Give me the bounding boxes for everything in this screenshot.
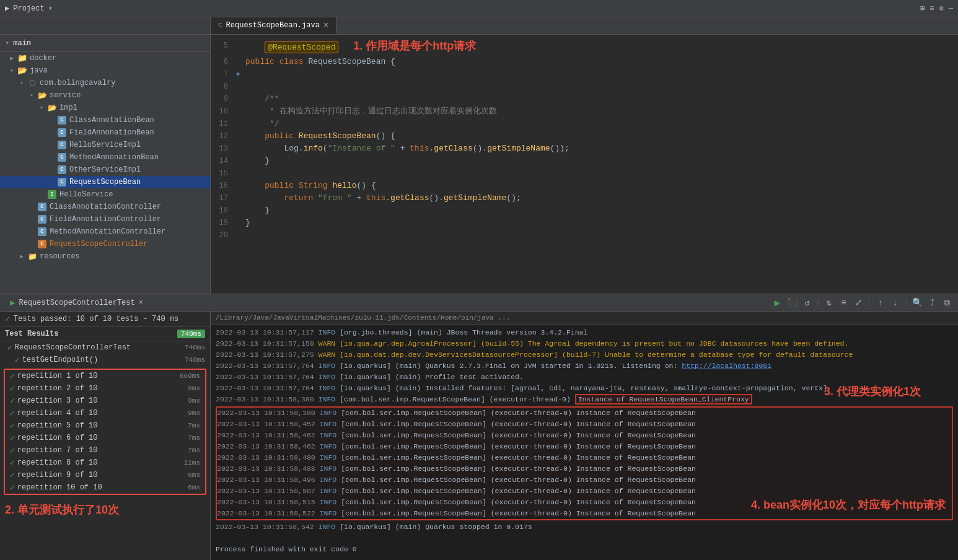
sort-btn[interactable]: ⇅ — [823, 297, 835, 309]
test-rep-9[interactable]: ✓ repetition 9 of 10 6ms — [5, 469, 205, 481]
log-area: /Library/Java/JavaVirtualMachines/zulu-1… — [211, 312, 958, 560]
code-line-6: 6 public class RequestScopeBean { — [211, 56, 958, 68]
code-line-11: 11 */ — [211, 118, 958, 130]
log-line-16: 2022-03-13 10:31:58,515 INFO [com.bol.se… — [217, 497, 952, 508]
log-line-12: 2022-03-13 10:31:58,480 INFO [com.bol.se… — [217, 452, 952, 463]
code-line-17: 17 return "from " + this.getClass().getS… — [211, 192, 958, 204]
popup-btn[interactable]: ⧉ — [941, 297, 953, 309]
editor-tab-requestscopebean[interactable]: C RequestScopeBean.java × — [211, 17, 336, 34]
code-line-12: 12 public RequestScopeBean() { — [211, 130, 958, 142]
test-rep-5[interactable]: ✓ repetition 5 of 10 7ms — [5, 419, 205, 432]
sidebar-item-helloservice[interactable]: ▶ I HelloService — [0, 188, 210, 201]
sidebar-item-resources[interactable]: ▶ 📁 resources — [0, 250, 210, 263]
sidebar-item-fieldannotationcontroller[interactable]: ▶ C FieldAnnotationController — [0, 213, 210, 225]
test-panel: ✓ Tests passed: 10 of 10 tests – 740 ms … — [0, 312, 211, 560]
sidebar-item-com-bolingcavalry[interactable]: ▾ ⬡ com.bolingcavalry — [0, 77, 210, 89]
sep2: | — [868, 299, 872, 307]
code-editor[interactable]: 5 @RequestScoped 1. 作用域是每个http请求 6 publi… — [211, 35, 958, 294]
sidebar-item-requestscopecontroller[interactable]: ▶ C RequestScopeController — [0, 238, 210, 250]
log-line-3: 2022-03-13 10:31:57,275 WARN [io.qua.dat… — [216, 349, 953, 361]
log-line-2: 2022-03-13 10:31:57,150 WARN [io.qua.agr… — [216, 338, 953, 349]
run-play-btn[interactable]: ▶ — [771, 297, 783, 309]
sidebar-item-methodannotationcontroller[interactable]: ▶ C MethodAnnotationController — [0, 225, 210, 238]
sidebar-item-otherserviceimpl[interactable]: ▶ C OtherServiceImpl — [0, 164, 210, 176]
run-tab-close[interactable]: × — [139, 299, 143, 307]
test-status-bar: ✓ Tests passed: 10 of 10 tests – 740 ms — [0, 312, 210, 327]
minus-icon[interactable]: — — [949, 4, 953, 13]
export-btn[interactable]: ⤴ — [926, 297, 938, 309]
log-line-18: 2022-03-13 10:31:58,542 INFO [io.quarkus… — [216, 522, 953, 533]
editor-area: 5 @RequestScoped 1. 作用域是每个http请求 6 publi… — [211, 35, 958, 294]
run-content: ✓ Tests passed: 10 of 10 tests – 740 ms … — [0, 312, 958, 560]
test-rep-2[interactable]: ✓ repetition 2 of 10 9ms — [5, 382, 205, 395]
sidebar-item-docker[interactable]: ▶ 📁 docker — [0, 52, 210, 64]
test-rep-8[interactable]: ✓ repetition 8 of 10 11ms — [5, 457, 205, 469]
expand-btn[interactable]: ⤢ — [853, 297, 865, 309]
grid-icon[interactable]: ⊞ — [920, 4, 925, 13]
main-area: ▾ main ▶ 📁 docker ▾ 📂 java ▾ ⬡ com.bolin… — [0, 35, 958, 294]
code-line-9: 9 /** — [211, 93, 958, 105]
align-icon[interactable]: ≡ — [929, 4, 934, 13]
sidebar-title: main — [13, 39, 31, 48]
project-icon: ▶ — [5, 4, 9, 13]
code-line-19: 19 } — [211, 217, 958, 229]
log-line-14: 2022-03-13 10:31:58,496 INFO [com.bol.se… — [217, 475, 952, 486]
log-console[interactable]: 2022-03-13 10:31:57,117 INFO [org.jbo.th… — [211, 325, 958, 560]
up-btn[interactable]: ↑ — [874, 297, 887, 309]
settings-icon[interactable]: ⚙ — [939, 4, 944, 13]
log-line-6: 2022-03-13 10:31:57,764 INFO [io.quarkus… — [216, 383, 953, 394]
run-stop-btn[interactable]: ⬛ — [786, 297, 798, 309]
log-line-10: 2022-03-13 10:31:58,462 INFO [com.bol.se… — [217, 430, 952, 441]
sep3: | — [904, 299, 908, 307]
test-results-title: Test Results — [5, 330, 58, 338]
chevron-icon: ▾ — [48, 4, 53, 13]
title-bar: ▶ Project ▾ ⊞ ≡ ⚙ — — [0, 0, 958, 17]
code-line-8: 8 — [211, 81, 958, 93]
sidebar-item-impl[interactable]: ▾ 📂 impl — [0, 102, 210, 114]
test-rep-6[interactable]: ✓ repetition 6 of 10 7ms — [5, 432, 205, 444]
test-rep-1[interactable]: ✓ repetition 1 of 10 669ms — [5, 370, 205, 382]
sidebar-item-service[interactable]: ▾ 📂 service — [0, 89, 210, 102]
sidebar-item-java[interactable]: ▾ 📂 java — [0, 64, 210, 77]
log-line-15: 2022-03-13 10:31:58,507 INFO [com.bol.se… — [217, 486, 952, 497]
test-rep-7[interactable]: ✓ repetition 7 of 10 7ms — [5, 444, 205, 457]
run-tab[interactable]: ▶ RequestScopeControllerTest × — [5, 294, 148, 311]
log-line-8: 2022-03-13 10:31:58,380 INFO [com.bol.se… — [217, 408, 952, 419]
sidebar-item-helloserviceimpl[interactable]: ▶ C HelloServiceImpl — [0, 139, 210, 151]
filter-btn[interactable]: ≡ — [838, 297, 850, 309]
run-controls: ▶ ⬛ ↺ | ⇅ ≡ ⤢ | ↑ ↓ | 🔍 ⤴ ⧉ — [771, 297, 953, 309]
test-rep-4[interactable]: ✓ repetition 4 of 10 9ms — [5, 407, 205, 419]
sidebar-header: ▾ main — [0, 35, 210, 52]
sidebar-tab-spacer — [0, 17, 211, 34]
sidebar-item-classannotationbean[interactable]: ▶ C ClassAnnotationBean — [0, 114, 210, 126]
sidebar-item-requestscopebean[interactable]: ▶ C RequestScopeBean — [0, 176, 210, 188]
instance-box: 2022-03-13 10:31:58,380 INFO [com.bol.se… — [216, 406, 953, 520]
run-rerun-btn[interactable]: ↺ — [801, 297, 813, 309]
run-panel: ▶ RequestScopeControllerTest × ▶ ⬛ ↺ | ⇅… — [0, 294, 958, 560]
code-line-14: 14 } — [211, 155, 958, 167]
title-bar-actions: ⊞ ≡ ⚙ — — [920, 4, 953, 13]
sidebar-item-fieldannonationbean[interactable]: ▶ C FieldAnnonationBean — [0, 126, 210, 139]
test-class-label: RequestScopeControllerTest — [15, 343, 131, 352]
repetitions-box: ✓ repetition 1 of 10 669ms ✓ repetition … — [4, 369, 206, 495]
sidebar-item-classannotationcontroller[interactable]: ▶ C ClassAnnotationController — [0, 201, 210, 213]
sidebar-item-methodannonationbean[interactable]: ▶ C MethodAnnonationBean — [0, 151, 210, 164]
down-btn[interactable]: ↓ — [889, 297, 902, 309]
log-path-header: /Library/Java/JavaVirtualMachines/zulu-1… — [211, 312, 958, 325]
log-line-4: 2022-03-13 10:31:57,764 INFO [io.quarkus… — [216, 361, 953, 372]
log-line-17: 2022-03-13 10:31:58,522 INFO [com.bol.se… — [217, 508, 952, 519]
tab-close-icon[interactable]: × — [323, 20, 328, 30]
search-btn[interactable]: 🔍 — [911, 297, 923, 309]
test-duration-badge: 740ms — [177, 330, 205, 338]
log-line-11: 2022-03-13 10:31:58,462 INFO [com.bol.se… — [217, 441, 952, 452]
run-toolbar: ▶ RequestScopeControllerTest × ▶ ⬛ ↺ | ⇅… — [0, 294, 958, 312]
code-line-7: 7 ◈ — [211, 68, 958, 81]
code-line-16: 16 public String hello() { — [211, 180, 958, 192]
test-rep-10[interactable]: ✓ repetition 10 of 10 6ms — [5, 481, 205, 494]
log-line-7: 2022-03-13 10:31:58,380 INFO [com.bol.se… — [216, 394, 953, 405]
test-rep-3[interactable]: ✓ repetition 3 of 10 9ms — [5, 395, 205, 407]
code-line-10: 10 * 在构造方法中打印日志，通过日志出现次数对应着实例化次数 — [211, 105, 958, 118]
test-method-item[interactable]: ✓ testGetEndpoint() 740ms — [0, 354, 210, 366]
log-line-13: 2022-03-13 10:31:58,488 INFO [com.bol.se… — [217, 463, 952, 475]
test-class-item[interactable]: ✓ RequestScopeControllerTest 740ms — [0, 341, 210, 354]
